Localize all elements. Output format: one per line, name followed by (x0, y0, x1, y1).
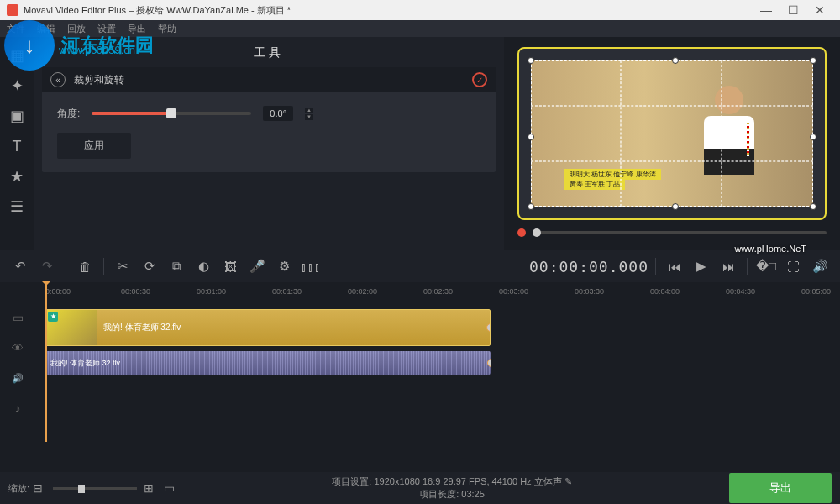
image-button[interactable]: 🖼 (218, 255, 242, 278)
crop-rotate-section: « 裁剪和旋转 ✓ 角度: 0.0° ▲ ▼ 应用 (42, 67, 496, 172)
maximize-button[interactable]: ☐ (780, 3, 806, 17)
timeline-tracks[interactable]: ▭ 👁 🔊 ♪ 我的! 体育老师 32.flv 我的! 体育老师 32.flv (0, 302, 840, 428)
menu-help[interactable]: 帮助 (158, 23, 176, 35)
window-title: Movavi Video Editor Plus – 授权给 WwW.DaYan… (24, 4, 291, 17)
titles-icon[interactable]: T (3, 133, 30, 160)
project-settings-text: 项目设置: 1920x1080 16:9 29.97 FPS, 44100 Hz… (332, 476, 561, 486)
crop-handle-nw[interactable] (528, 57, 534, 64)
crop-handle-w[interactable] (528, 134, 534, 140)
crop-handle-n[interactable] (672, 57, 679, 64)
transitions-icon[interactable]: ▣ (3, 102, 30, 129)
color-button[interactable]: ◐ (192, 255, 215, 278)
visibility-icon[interactable]: 👁 (5, 333, 30, 363)
record-indicator-icon (517, 228, 526, 237)
angle-slider[interactable] (92, 112, 251, 115)
filters-icon[interactable]: ✦ (3, 72, 30, 99)
redo-button[interactable]: ↷ (35, 255, 59, 278)
crop-handle-e[interactable] (810, 134, 816, 140)
prev-frame-button[interactable]: ⏮ (663, 255, 686, 278)
crop-handle-sw[interactable] (528, 203, 534, 210)
zoom-in-icon[interactable]: ⊞ (144, 481, 154, 495)
timeline-toolbar: ↶ ↷ 🗑 ✂ ⟳ ⧉ ◐ 🖼 🎤 ⚙ ⫿⫿⫿ 00:00:00.000 ⏮ ▶… (0, 250, 840, 282)
timeline-ruler[interactable]: 0:00:00 00:00:30 00:01:00 00:01:30 00:02… (0, 282, 840, 302)
clip-thumbnail (46, 310, 97, 345)
apply-button[interactable]: 应用 (57, 133, 131, 159)
delete-button[interactable]: 🗑 (73, 255, 97, 278)
detach-button[interactable]: �□ (754, 255, 778, 278)
crop-handle-ne[interactable] (810, 57, 816, 64)
play-button[interactable]: ▶ (690, 255, 713, 278)
fit-timeline-icon[interactable]: ▭ (164, 481, 175, 495)
watermark-url: www.pc0359.cn (59, 44, 135, 56)
next-frame-button[interactable]: ⏭ (717, 255, 740, 278)
crop-handle-s[interactable] (672, 203, 679, 210)
preview-canvas[interactable]: 明明大 杨世东 他宁峰 康华涛 黄寿 王军胜 丁品 (517, 47, 827, 220)
cut-button[interactable]: ✂ (111, 255, 134, 278)
angle-up-button[interactable]: ▲ (305, 108, 313, 113)
mic-button[interactable]: 🎤 (245, 255, 269, 278)
equalizer-button[interactable]: ⫿⫿⫿ (299, 255, 323, 278)
titlebar: Movavi Video Editor Plus – 授权给 WwW.DaYan… (0, 0, 840, 20)
rotate-button[interactable]: ⟳ (138, 255, 161, 278)
edit-settings-icon[interactable]: ✎ (564, 476, 572, 486)
statusbar: 缩放: ⊟ ⊞ ▭ 项目设置: 1920x1080 16:9 29.97 FPS… (0, 472, 840, 504)
settings-button[interactable]: ⚙ (272, 255, 296, 278)
crop-button[interactable]: ⧉ (165, 255, 188, 278)
volume-button[interactable]: 🔊 (808, 255, 832, 278)
video-clip-label: 我的! 体育老师 32.flv (97, 322, 181, 333)
crop-rotate-label: 裁剪和旋转 (74, 73, 124, 87)
preview-panel: 明明大 杨世东 他宁峰 康华涛 黄寿 王军胜 丁品 www.pHome.NeT (504, 37, 840, 250)
stickers-icon[interactable]: ★ (3, 163, 30, 190)
audio-clip-label: 我的! 体育老师 32.flv (45, 358, 120, 369)
video-clip[interactable]: 我的! 体育老师 32.flv (45, 309, 491, 346)
project-length-text: 项目长度: 03:25 (332, 488, 571, 501)
video-track-icon[interactable]: ▭ (5, 302, 30, 333)
angle-down-button[interactable]: ▼ (305, 114, 313, 120)
back-button[interactable]: « (50, 72, 66, 87)
clip-end-handle[interactable] (486, 323, 491, 332)
confirm-button[interactable]: ✓ (472, 72, 487, 87)
fullscreen-button[interactable]: ⛶ (781, 255, 805, 278)
export-button[interactable]: 导出 (729, 473, 832, 503)
playhead[interactable] (45, 282, 47, 442)
audio-track-icon[interactable]: 🔊 (5, 363, 30, 393)
audio-clip[interactable]: 我的! 体育老师 32.flv (45, 351, 491, 375)
angle-label: 角度: (57, 107, 80, 121)
zoom-label: 缩放: (8, 482, 29, 495)
audio-end-handle[interactable] (487, 359, 491, 367)
close-button[interactable]: ✕ (806, 3, 833, 17)
undo-button[interactable]: ↶ (8, 255, 32, 278)
crop-handle-se[interactable] (810, 203, 816, 210)
preview-seekbar[interactable] (517, 228, 827, 237)
more-icon[interactable]: ☰ (3, 193, 30, 220)
timecode-display: 00:00:00.000 (529, 258, 648, 276)
app-icon (7, 4, 18, 16)
music-track-icon[interactable]: ♪ (5, 393, 30, 423)
minimize-button[interactable]: — (753, 3, 780, 17)
zoom-out-icon[interactable]: ⊟ (33, 481, 43, 495)
angle-value: 0.0° (263, 106, 293, 121)
phome-watermark: www.pHome.NeT (734, 244, 806, 254)
zoom-slider[interactable] (53, 487, 137, 490)
